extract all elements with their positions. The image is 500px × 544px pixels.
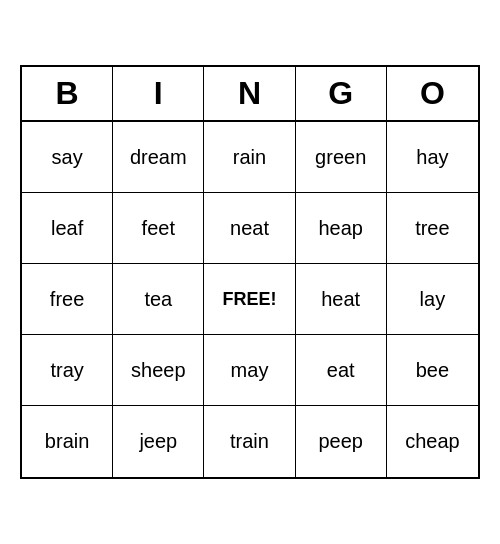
bingo-header: BINGO bbox=[22, 67, 478, 122]
bingo-body: saydreamraingreenhayleaffeetneatheaptree… bbox=[22, 122, 478, 477]
bingo-cell-2-3: heat bbox=[296, 264, 387, 334]
bingo-cell-0-2: rain bbox=[204, 122, 295, 192]
header-letter: I bbox=[113, 67, 204, 120]
bingo-cell-1-4: tree bbox=[387, 193, 478, 263]
bingo-row-4: brainjeeptrainpeepcheap bbox=[22, 406, 478, 477]
header-letter: B bbox=[22, 67, 113, 120]
bingo-row-2: freeteaFREE!heatlay bbox=[22, 264, 478, 335]
bingo-row-0: saydreamraingreenhay bbox=[22, 122, 478, 193]
bingo-cell-3-1: sheep bbox=[113, 335, 204, 405]
bingo-cell-3-4: bee bbox=[387, 335, 478, 405]
bingo-cell-1-0: leaf bbox=[22, 193, 113, 263]
bingo-cell-3-0: tray bbox=[22, 335, 113, 405]
bingo-cell-4-4: cheap bbox=[387, 406, 478, 477]
bingo-cell-4-1: jeep bbox=[113, 406, 204, 477]
bingo-cell-0-3: green bbox=[296, 122, 387, 192]
bingo-cell-0-1: dream bbox=[113, 122, 204, 192]
bingo-card: BINGO saydreamraingreenhayleaffeetneathe… bbox=[20, 65, 480, 479]
bingo-cell-0-4: hay bbox=[387, 122, 478, 192]
bingo-row-1: leaffeetneatheaptree bbox=[22, 193, 478, 264]
bingo-cell-2-0: free bbox=[22, 264, 113, 334]
bingo-cell-1-3: heap bbox=[296, 193, 387, 263]
bingo-cell-1-1: feet bbox=[113, 193, 204, 263]
bingo-cell-3-3: eat bbox=[296, 335, 387, 405]
bingo-cell-1-2: neat bbox=[204, 193, 295, 263]
header-letter: O bbox=[387, 67, 478, 120]
bingo-cell-3-2: may bbox=[204, 335, 295, 405]
bingo-cell-2-4: lay bbox=[387, 264, 478, 334]
bingo-cell-4-3: peep bbox=[296, 406, 387, 477]
header-letter: N bbox=[204, 67, 295, 120]
bingo-cell-4-2: train bbox=[204, 406, 295, 477]
bingo-cell-0-0: say bbox=[22, 122, 113, 192]
bingo-row-3: traysheepmayeatbee bbox=[22, 335, 478, 406]
bingo-cell-2-1: tea bbox=[113, 264, 204, 334]
bingo-cell-4-0: brain bbox=[22, 406, 113, 477]
header-letter: G bbox=[296, 67, 387, 120]
bingo-cell-2-2: FREE! bbox=[204, 264, 295, 334]
